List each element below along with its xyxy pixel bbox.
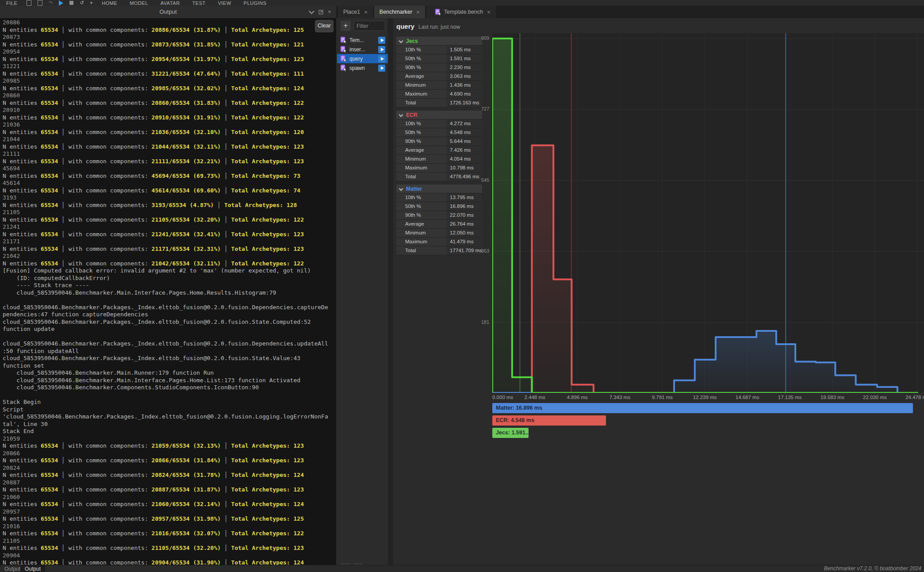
menu-plugins[interactable]: PLUGINS <box>244 0 267 6</box>
close-tab-icon[interactable]: × <box>416 9 420 15</box>
list-item-spawn[interactable]: spawn <box>337 63 388 73</box>
list-item-inser[interactable]: inser... <box>337 45 388 54</box>
x-tick-label: 12.239 ms <box>693 395 717 400</box>
console-line: pendencies:47 function captureDependenci… <box>3 311 336 319</box>
bottom-tab-output-1[interactable]: Output <box>20 565 45 572</box>
console-line: 20957 <box>3 508 336 516</box>
stats-row-label: Average <box>396 72 447 81</box>
stats-row: Average7.426 ms <box>396 146 482 155</box>
paste-icon[interactable] <box>27 0 31 6</box>
y-tick-label: 545 <box>460 177 489 184</box>
stats-row: Maximum4.690 ms <box>396 90 482 99</box>
console-line: 20910 <box>3 107 336 114</box>
console-line: cloud_5853950046.Benchmarker.Main.Runner… <box>3 369 336 377</box>
stats-row-value: 4.272 ms <box>447 119 482 128</box>
chevron-down-icon <box>399 39 403 43</box>
scrollbar-track[interactable] <box>388 18 393 565</box>
chevron-down-icon <box>399 187 403 191</box>
stats-row: 50th %4.548 ms <box>396 128 482 137</box>
save-icon[interactable] <box>38 0 42 6</box>
console-line: 20860 <box>3 92 336 100</box>
console-line: N entities 65534 │ with common component… <box>3 202 336 209</box>
stats-row-value: 4.054 ms <box>447 155 482 163</box>
stats-row-label: Minimum <box>396 229 447 237</box>
menu-avatar[interactable]: AVATAR <box>161 0 180 6</box>
list-item-query[interactable]: query <box>337 54 388 63</box>
stats-row-value: 4.690 ms <box>447 90 482 98</box>
tab-template-bench[interactable]: Template.bench× <box>426 6 496 18</box>
stats-section-title: Jecs <box>406 38 418 44</box>
stats-row-label: 50th % <box>396 54 447 63</box>
tab-place1[interactable]: Place1× <box>338 6 373 18</box>
run-benchmark-button[interactable] <box>378 65 385 72</box>
filter-input[interactable] <box>353 21 385 31</box>
tab-benchmarker[interactable]: Benchmarker× <box>374 6 425 18</box>
legend-chip-label: ECR: 4.548 ms <box>492 417 534 423</box>
x-tick-label: 0.000 ms <box>492 395 513 400</box>
run-benchmark-button[interactable] <box>378 46 385 53</box>
run-benchmark-button[interactable] <box>378 55 385 62</box>
menu-model[interactable]: MODEL <box>130 0 148 6</box>
redo-icon[interactable]: ↷ <box>49 0 53 6</box>
script-icon <box>435 9 441 15</box>
stats-section-header-matter[interactable]: Matter <box>396 184 482 193</box>
stats-row: 10th %13.795 ms <box>396 193 482 202</box>
benchmark-list-panel <box>337 18 388 565</box>
console-line: N entities 65534 │ with common component… <box>3 41 336 49</box>
stats-row: Minimum12.050 ms <box>396 229 482 238</box>
close-tab-icon[interactable]: × <box>364 9 368 15</box>
legend-chip-jecs: Jecs: 1.591... <box>492 428 529 438</box>
console-line: N entities 65534 │ with common component… <box>3 260 336 268</box>
console-line: cloud_5853950046.Benchmarker.Packages._I… <box>3 355 336 362</box>
console-line: N entities 65534 │ with common component… <box>3 246 336 253</box>
menu-file[interactable]: FILE <box>6 0 17 6</box>
stats-row: 90th %5.644 ms <box>396 137 482 146</box>
output-console[interactable]: 20886N entities 65534 │ with common comp… <box>0 18 336 565</box>
console-line: tal', Line 30 <box>3 421 336 428</box>
console-line <box>3 392 336 399</box>
console-line: N entities 65534 │ with common component… <box>3 158 336 165</box>
stats-row-label: 50th % <box>396 128 447 137</box>
console-line: N entities 65534 │ with common component… <box>3 114 336 122</box>
benchmark-name: query <box>396 23 414 30</box>
console-line: 20866 <box>3 450 336 457</box>
stats-row-value: 2.230 ms <box>447 63 482 72</box>
menu-view[interactable]: VIEW <box>218 0 231 6</box>
x-tick-label: 24.478 ms <box>905 395 924 400</box>
float-window-icon[interactable] <box>317 8 324 15</box>
close-panel-icon[interactable]: × <box>326 8 333 15</box>
list-item-label: query <box>349 56 378 62</box>
console-line: N entities 65534 │ with common component… <box>3 56 336 63</box>
x-tick-label: 14.687 ms <box>736 395 759 400</box>
run-benchmark-button[interactable] <box>378 37 385 44</box>
console-line: N entities 65534 │ with common component… <box>3 231 336 238</box>
play-icon[interactable] <box>59 0 63 6</box>
stats-row: 50th %1.591 ms <box>396 54 482 63</box>
collapse-chevron-icon[interactable] <box>308 8 315 15</box>
legend-chip-matter: Matter: 16.896 ms <box>492 403 913 413</box>
menu-test[interactable]: TEST <box>192 0 206 6</box>
console-line: 21105 <box>3 537 336 545</box>
undo-icon[interactable]: ↺ <box>80 0 84 6</box>
console-line: Script <box>3 406 336 414</box>
script-icon <box>340 37 347 43</box>
list-item-Tem[interactable]: Tem... <box>337 35 388 45</box>
add-benchmark-button[interactable]: + <box>341 21 351 31</box>
clear-output-button[interactable]: Clear <box>315 20 334 32</box>
x-tick-label: 9.791 ms <box>652 395 673 400</box>
x-tick-label: 19.583 ms <box>820 395 844 400</box>
stats-row: Minimum1.436 ms <box>396 81 482 90</box>
chevron-down-icon <box>399 113 403 117</box>
stop-icon[interactable] <box>69 1 73 5</box>
list-item-label: inser... <box>349 46 378 53</box>
close-tab-icon[interactable]: × <box>487 9 491 15</box>
stats-row-value: 10.798 ms <box>447 164 482 172</box>
console-line: (ID: computedCallbackError) <box>3 275 336 282</box>
console-line: 45614 <box>3 180 336 187</box>
stats-row-value: 13.795 ms <box>447 193 482 202</box>
dropdown-icon[interactable]: ▾ <box>90 0 93 6</box>
play-icon <box>381 66 384 70</box>
console-line: 20886 <box>3 19 336 27</box>
menu-home[interactable]: HOME <box>102 0 117 6</box>
console-line: N entities 65534 │ with common component… <box>3 486 336 494</box>
